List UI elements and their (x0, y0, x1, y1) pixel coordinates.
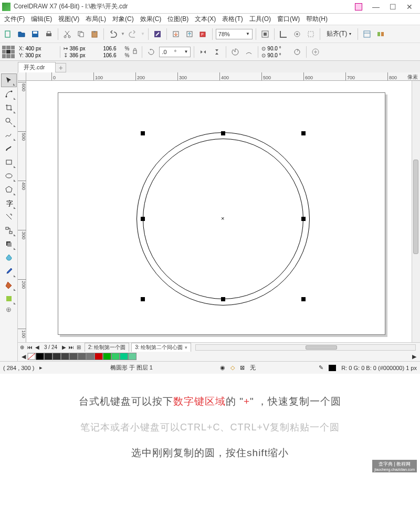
ruler-corner[interactable] (18, 72, 26, 81)
connector-tool[interactable] (1, 224, 17, 237)
smart-fill-tool[interactable] (1, 292, 17, 305)
selection-handle-sw[interactable] (141, 297, 145, 301)
close-button[interactable]: ✕ (401, 3, 418, 11)
undo-dropdown-icon[interactable]: ▼ (121, 31, 125, 36)
menu-layout[interactable]: 布局(L) (82, 14, 109, 25)
show-guides-button[interactable] (305, 28, 317, 40)
swatch-red[interactable] (94, 353, 103, 360)
toolbox-expand[interactable]: ⊕ (1, 305, 17, 314)
vertical-ruler[interactable]: 600500400300200100 (18, 81, 26, 342)
x-position-input[interactable] (25, 46, 57, 51)
selection-handle-nw[interactable] (141, 131, 145, 135)
rotation-input[interactable]: .0° ▼ (159, 47, 191, 57)
play-icon[interactable]: ▸ (39, 364, 43, 371)
add-doc-tab[interactable]: + (56, 63, 66, 72)
menu-effects[interactable]: 效果(C) (137, 14, 165, 25)
doc-tab[interactable]: 开关.cdr (18, 62, 56, 72)
fill-tool[interactable] (1, 278, 17, 292)
import-button[interactable] (170, 28, 182, 40)
palette-left[interactable]: ◀ (20, 353, 27, 360)
menu-help[interactable]: 帮助(H) (303, 14, 331, 25)
menu-object[interactable]: 对象(C) (109, 14, 137, 25)
menu-table[interactable]: 表格(T) (219, 14, 246, 25)
shape-tool[interactable] (1, 87, 17, 101)
show-rulers-button[interactable] (278, 28, 289, 40)
text-tool[interactable]: 字 (1, 196, 17, 210)
maximize-button[interactable]: ☐ (384, 3, 401, 11)
snap-dropdown[interactable]: 贴齐(T) ▾ (323, 25, 354, 43)
export-button[interactable] (184, 28, 195, 40)
color-proof-icon[interactable]: ◉ (220, 364, 225, 371)
page-tab-3[interactable]: 3: 绘制第二个同心圆▾ (131, 343, 191, 352)
artistic-media-tool[interactable] (1, 142, 17, 155)
fullscreen-button[interactable] (259, 28, 271, 40)
cut-button[interactable] (61, 28, 73, 40)
first-page-button[interactable]: ⏮ (26, 344, 34, 350)
menu-edit[interactable]: 编辑(E) (28, 14, 55, 25)
save-button[interactable] (29, 28, 41, 40)
selection-handle-s[interactable] (221, 297, 225, 301)
selection-handle-e[interactable] (301, 217, 306, 221)
user-avatar-icon[interactable] (355, 3, 362, 10)
mirror-v-button[interactable] (211, 46, 223, 58)
vertical-scrollbar[interactable] (412, 81, 420, 342)
print-button[interactable] (43, 28, 55, 40)
scale-x-input[interactable] (103, 46, 123, 51)
mirror-h-button[interactable] (197, 46, 209, 58)
page-tab-2[interactable]: 2: 绘制第一个圆 (85, 343, 129, 352)
menu-tools[interactable]: 工具(O) (246, 14, 274, 25)
undo-button[interactable] (107, 28, 119, 40)
palette-right[interactable]: ▶ (411, 353, 418, 360)
next-page-button[interactable]: ▶ (60, 344, 68, 350)
selection-handle-n[interactable] (221, 131, 225, 135)
prev-page-button[interactable]: ◀ (34, 344, 41, 350)
zoom-select[interactable]: 78% ▼ (216, 29, 253, 39)
menu-view[interactable]: 视图(V) (55, 14, 82, 25)
last-page-button[interactable]: ⏭ (68, 344, 75, 350)
end-angle-input[interactable] (267, 52, 289, 58)
add-preset-button[interactable] (310, 46, 321, 58)
selection-handle-w[interactable] (141, 217, 145, 221)
swatch-teal[interactable] (120, 353, 128, 360)
transparency-tool[interactable] (1, 251, 17, 265)
direction-button[interactable] (291, 46, 303, 58)
paste-button[interactable] (89, 28, 100, 40)
swatch-gray80[interactable] (52, 353, 61, 360)
crop-tool[interactable] (1, 101, 17, 114)
redo-dropdown-icon[interactable]: ▼ (141, 31, 145, 36)
no-fill-swatch[interactable] (27, 353, 36, 360)
outline-color[interactable] (329, 365, 336, 371)
height-input[interactable] (69, 52, 101, 58)
menu-text[interactable]: 文本(X) (192, 14, 219, 25)
swatch-green2[interactable] (111, 353, 120, 360)
dimension-tool[interactable] (1, 210, 17, 224)
freehand-tool[interactable] (1, 128, 17, 142)
shadow-tool[interactable] (1, 237, 17, 251)
polygon-tool[interactable] (1, 183, 17, 196)
width-input[interactable] (69, 46, 101, 51)
add-page-button[interactable]: ⊞ (75, 344, 82, 350)
search-button[interactable] (152, 28, 163, 40)
horizontal-ruler[interactable]: 0100200300400500600700800 像素 (18, 72, 420, 81)
lock-ratio-button[interactable] (131, 47, 139, 57)
arc-button[interactable] (243, 46, 255, 58)
swatch-gray60[interactable] (69, 353, 78, 360)
swatch-black[interactable] (36, 353, 44, 360)
start-angle-input[interactable] (267, 46, 289, 51)
origin-anchor[interactable] (2, 46, 15, 58)
swatch-gray70[interactable] (61, 353, 69, 360)
menu-file[interactable]: 文件(F) (1, 14, 28, 25)
eyedropper-tool[interactable] (1, 265, 17, 278)
zoom-in-corner[interactable]: ⊕ (18, 343, 26, 352)
redo-button[interactable] (127, 28, 139, 40)
swatch-gray90[interactable] (44, 353, 52, 360)
horizontal-scrollbar[interactable] (195, 344, 416, 351)
swatch-gray40[interactable] (86, 353, 94, 360)
pick-tool[interactable] (1, 73, 17, 87)
swatch-mint[interactable] (128, 353, 136, 360)
options-button[interactable] (361, 28, 373, 40)
rectangle-tool[interactable] (1, 155, 17, 169)
y-position-input[interactable] (25, 52, 57, 58)
ellipse-tool[interactable] (1, 169, 17, 183)
canvas[interactable]: × (26, 81, 412, 342)
